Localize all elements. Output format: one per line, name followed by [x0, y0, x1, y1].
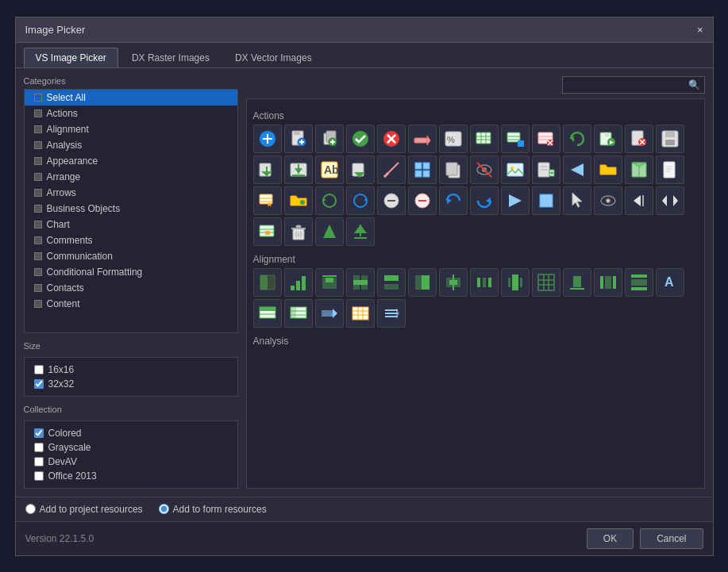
icon-select[interactable] [563, 186, 591, 215]
ok-button[interactable]: OK [587, 528, 634, 549]
icon-download2[interactable] [284, 155, 313, 184]
icon-table-star[interactable] [253, 186, 282, 215]
icon-new-doc[interactable] [284, 125, 313, 153]
align-cols[interactable] [594, 268, 622, 297]
collection-devav-item[interactable]: DevAV [31, 455, 231, 469]
align-text[interactable]: A [656, 268, 684, 297]
icon-image[interactable] [501, 155, 530, 184]
align-table4[interactable] [346, 299, 375, 328]
align-bottom[interactable] [563, 268, 591, 297]
align-top-left[interactable] [377, 268, 406, 297]
icon-clear[interactable] [408, 125, 437, 153]
icon-copy[interactable] [439, 155, 468, 184]
icon-stack[interactable] [408, 155, 437, 184]
icon-table-add[interactable] [470, 125, 499, 153]
category-item-content[interactable]: Content [25, 296, 237, 312]
collection-office2013-item[interactable]: Office 2013 [31, 469, 231, 483]
search-input[interactable] [562, 76, 705, 94]
icon-redo[interactable] [470, 186, 499, 215]
icon-add[interactable] [253, 125, 282, 153]
icon-minus-red[interactable] [408, 186, 437, 215]
icon-folder[interactable] [284, 186, 313, 215]
icon-doc-blank[interactable] [656, 155, 684, 184]
radio-project-resources[interactable]: Add to project resources [25, 504, 143, 515]
align-left-top[interactable] [253, 268, 282, 297]
icon-doc-export[interactable] [532, 155, 560, 184]
category-item-business-objects[interactable]: Business Objects [25, 201, 237, 217]
collection-grayscale-item[interactable]: Grayscale [31, 440, 231, 455]
size-16x16-item[interactable]: 16x16 [31, 363, 231, 377]
tab-dx-vector-images[interactable]: DX Vector Images [223, 48, 324, 67]
project-resources-radio[interactable] [25, 504, 36, 514]
icon-percent[interactable]: % [439, 125, 468, 153]
collection-colored-checkbox[interactable] [34, 428, 44, 438]
icon-folder-open[interactable] [594, 155, 622, 184]
align-table2[interactable] [253, 299, 282, 328]
icon-text-format[interactable]: Ab [315, 155, 344, 184]
category-item-appearance[interactable]: Appearance [25, 153, 237, 169]
align-rows[interactable] [625, 268, 653, 297]
icon-first[interactable] [625, 186, 653, 215]
icon-table-delete[interactable] [532, 125, 560, 153]
icon-refresh2[interactable] [315, 186, 344, 215]
category-item-comments[interactable]: Comments [25, 232, 237, 248]
category-item-chart[interactable]: Chart [25, 217, 237, 232]
align-arrow-right[interactable]: →a [315, 299, 344, 328]
category-item-analysis[interactable]: Analysis [25, 137, 237, 153]
icon-delete[interactable] [377, 125, 406, 153]
category-item-arrows[interactable]: Arrows [25, 185, 237, 201]
align-grid1[interactable] [532, 268, 560, 297]
align-table3[interactable] [284, 299, 313, 328]
cancel-button[interactable]: Cancel [640, 528, 703, 549]
icon-download[interactable] [253, 155, 282, 184]
category-item-alignment[interactable]: Alignment [25, 121, 237, 137]
align-bar-chart[interactable] [284, 268, 313, 297]
icon-minus[interactable] [377, 186, 406, 215]
collection-grayscale-checkbox[interactable] [34, 443, 44, 452]
category-item-select-all[interactable]: Select All [25, 90, 237, 106]
category-item-arrange[interactable]: Arrange [25, 169, 237, 185]
tab-dx-raster-images[interactable]: DX Raster Images [120, 48, 221, 67]
icon-save[interactable] [656, 125, 684, 153]
icon-no-view[interactable] [470, 155, 499, 184]
category-item-conditional-formatting[interactable]: Conditional Formatting [25, 264, 237, 280]
align-right[interactable] [408, 268, 437, 297]
form-resources-radio[interactable] [159, 504, 169, 514]
icon-square[interactable] [532, 186, 560, 215]
category-item-communication[interactable]: Communication [25, 248, 237, 264]
align-middle[interactable] [346, 268, 375, 297]
icon-check[interactable] [346, 125, 375, 153]
category-item-contacts[interactable]: Contacts [25, 280, 237, 296]
collection-devav-checkbox[interactable] [34, 457, 44, 466]
align-center-v[interactable] [439, 268, 468, 297]
size-16x16-checkbox[interactable] [34, 365, 44, 374]
icon-trash[interactable] [284, 217, 313, 246]
icon-undo[interactable] [439, 186, 468, 215]
icon-back[interactable] [563, 155, 591, 184]
icon-edit-line[interactable] [377, 155, 406, 184]
collection-office2013-checkbox[interactable] [34, 471, 44, 481]
icon-table-edit[interactable] [501, 125, 530, 153]
align-tall[interactable] [501, 268, 530, 297]
align-scroll[interactable] [377, 299, 406, 328]
category-item-actions[interactable]: Actions [25, 106, 237, 121]
size-32x32-checkbox[interactable] [34, 379, 44, 389]
close-button[interactable]: × [697, 25, 703, 35]
icon-copy-add[interactable] [315, 125, 344, 153]
align-distribute[interactable] [470, 268, 499, 297]
tab-vs-image-picker[interactable]: VS Image Picker [24, 48, 118, 67]
align-top[interactable] [315, 268, 344, 297]
icon-sync[interactable] [346, 186, 375, 215]
icon-refresh[interactable] [563, 125, 591, 153]
icon-table-lock[interactable] [253, 217, 282, 246]
icon-package[interactable] [625, 155, 653, 184]
icon-forward[interactable] [501, 186, 530, 215]
icon-upload[interactable] [346, 217, 375, 246]
icon-move-down[interactable] [346, 155, 375, 184]
icon-doc-delete[interactable] [625, 125, 653, 153]
icon-export[interactable] [594, 125, 622, 153]
size-32x32-item[interactable]: 32x32 [31, 377, 231, 391]
icon-eye[interactable] [594, 186, 622, 215]
icon-up[interactable] [315, 217, 344, 246]
radio-form-resources[interactable]: Add to form resources [159, 504, 267, 515]
